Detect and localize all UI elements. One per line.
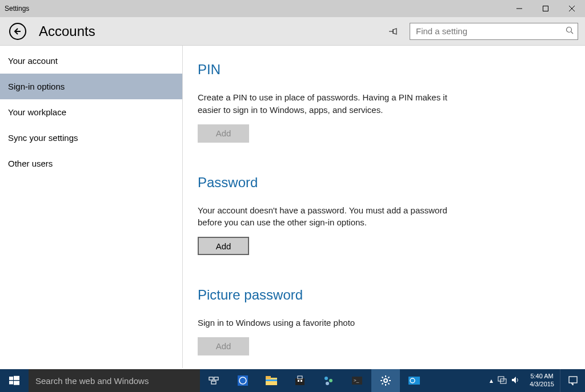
picture-password-heading: Picture password <box>198 287 570 303</box>
taskbar: Search the web and Windows >_ ▴ 5:40 AM <box>0 369 585 392</box>
pin-window-icon[interactable] <box>388 26 398 37</box>
svg-rect-1 <box>543 6 548 11</box>
search-input[interactable] <box>410 23 578 40</box>
svg-rect-21 <box>266 379 277 381</box>
pin-description: Create a PIN to use in place of password… <box>198 91 449 116</box>
svg-line-37 <box>388 383 390 385</box>
app-icon-3[interactable] <box>400 369 428 392</box>
svg-rect-12 <box>9 381 13 385</box>
tray-chevron-icon[interactable]: ▴ <box>490 377 493 385</box>
app-icon-1[interactable] <box>314 369 343 392</box>
svg-rect-13 <box>14 381 19 385</box>
svg-rect-11 <box>14 376 19 380</box>
svg-point-28 <box>326 382 329 385</box>
app-icon-2[interactable]: >_ <box>343 369 371 392</box>
picture-password-description: Sign in to Windows using a favorite phot… <box>198 317 449 329</box>
page-title: Accounts <box>39 23 95 39</box>
svg-point-31 <box>384 379 387 382</box>
title-bar: Settings <box>0 0 585 17</box>
network-icon[interactable] <box>498 376 507 386</box>
svg-line-39 <box>388 377 390 378</box>
svg-line-36 <box>382 377 383 378</box>
task-view-icon[interactable] <box>200 369 229 392</box>
pin-add-button: Add <box>198 124 249 143</box>
back-button[interactable] <box>9 23 26 40</box>
maximize-button[interactable] <box>532 0 559 17</box>
svg-rect-24 <box>298 380 299 382</box>
volume-icon[interactable] <box>511 376 520 386</box>
system-tray: ▴ 5:40 AM 4/3/2015 <box>490 369 560 392</box>
notifications-icon[interactable] <box>560 369 585 392</box>
sidebar: Your account Sign-in options Your workpl… <box>0 46 183 368</box>
svg-line-9 <box>571 31 574 34</box>
taskbar-search-placeholder: Search the web and Windows <box>35 376 149 386</box>
picture-password-add-button: Add <box>198 337 249 355</box>
svg-rect-10 <box>9 377 13 380</box>
svg-rect-22 <box>295 378 304 385</box>
header-bar: Accounts <box>0 17 585 46</box>
svg-rect-20 <box>266 376 271 379</box>
edge-icon[interactable] <box>229 369 257 392</box>
svg-point-8 <box>567 27 572 32</box>
close-button[interactable] <box>559 0 585 17</box>
pin-heading: PIN <box>198 62 570 78</box>
taskbar-search[interactable]: Search the web and Windows <box>29 369 200 392</box>
svg-marker-7 <box>393 29 396 34</box>
search-icon <box>566 26 574 37</box>
password-add-button[interactable]: Add <box>198 237 249 255</box>
sidebar-item-your-workplace[interactable]: Your workplace <box>0 99 182 125</box>
window-title: Settings <box>5 5 29 13</box>
svg-point-26 <box>324 377 328 380</box>
svg-rect-14 <box>209 377 213 380</box>
start-button[interactable] <box>0 369 29 392</box>
password-heading: Password <box>198 175 570 191</box>
svg-rect-25 <box>300 380 302 382</box>
clock-date: 4/3/2015 <box>530 381 554 389</box>
svg-line-38 <box>382 383 383 385</box>
store-icon[interactable] <box>286 369 314 392</box>
svg-point-27 <box>329 379 332 382</box>
svg-rect-16 <box>211 381 216 384</box>
minimize-button[interactable] <box>506 0 532 17</box>
file-explorer-icon[interactable] <box>257 369 286 392</box>
settings-taskbar-icon[interactable] <box>371 369 400 392</box>
content-area: PIN Create a PIN to use in place of pass… <box>183 46 585 368</box>
sidebar-item-sync-your-settings[interactable]: Sync your settings <box>0 125 182 151</box>
clock-time: 5:40 AM <box>530 373 554 381</box>
svg-marker-44 <box>512 377 516 383</box>
sidebar-item-other-users[interactable]: Other users <box>0 151 182 176</box>
svg-text:>_: >_ <box>354 378 359 383</box>
svg-rect-15 <box>214 377 218 380</box>
sidebar-item-sign-in-options[interactable]: Sign-in options <box>0 74 182 99</box>
password-description: Your account doesn't have a password. Yo… <box>198 204 449 229</box>
svg-rect-45 <box>569 377 577 383</box>
sidebar-item-your-account[interactable]: Your account <box>0 48 182 74</box>
taskbar-clock[interactable]: 5:40 AM 4/3/2015 <box>525 373 559 389</box>
